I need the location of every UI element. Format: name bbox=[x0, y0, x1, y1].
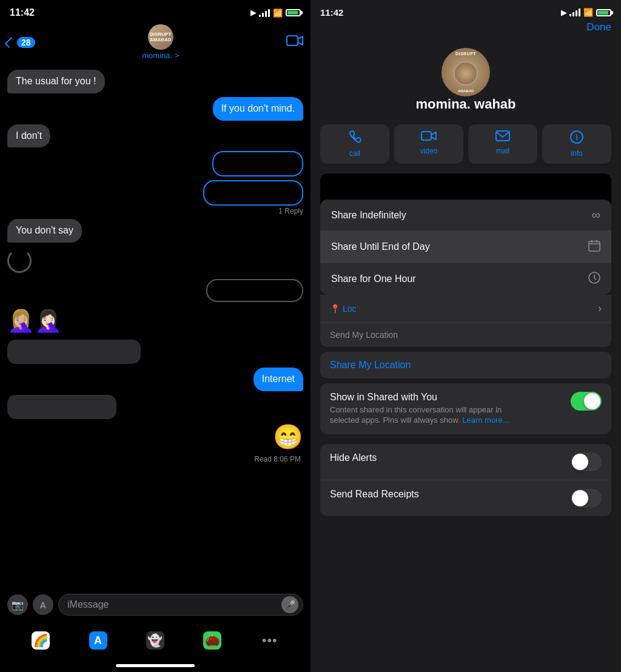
mail-action-button[interactable]: mail bbox=[468, 124, 537, 164]
contact-header[interactable]: DISRUPTAMABAD momina. > bbox=[142, 24, 179, 60]
right-signal-bars bbox=[569, 8, 580, 16]
message-input[interactable]: iMessage bbox=[58, 594, 303, 616]
info-label: info bbox=[571, 149, 582, 158]
camera-button[interactable]: 📷 bbox=[7, 594, 28, 615]
table-row: 1 Reply bbox=[7, 180, 303, 215]
home-indicator bbox=[116, 664, 195, 667]
left-status-bar: 11:42 ▶ 📶 bbox=[0, 0, 310, 22]
rbar2 bbox=[572, 12, 574, 16]
mic-icon: 🎤 bbox=[285, 600, 295, 610]
video-call-button[interactable] bbox=[286, 34, 303, 51]
profile-section: DISRUPT AMABAD momina. wahab bbox=[310, 38, 621, 124]
ghost-app-icon[interactable]: 👻 bbox=[146, 631, 164, 650]
phone-icon bbox=[348, 130, 361, 147]
share-my-location-button[interactable]: Share My Location bbox=[330, 360, 411, 370]
right-status-icons: ▶ 📶 bbox=[561, 8, 611, 17]
message-bubble-gray-outline bbox=[206, 279, 303, 302]
hide-alerts-toggle[interactable] bbox=[571, 452, 602, 471]
profile-avatar: DISRUPT AMABAD bbox=[441, 48, 490, 96]
gray-pill-message-2 bbox=[7, 395, 116, 419]
appstore-app-icon[interactable]: A bbox=[89, 631, 107, 650]
reply-label: 1 Reply bbox=[278, 207, 303, 215]
send-read-receipts-title: Send Read Receipts bbox=[330, 489, 419, 500]
mail-icon bbox=[495, 130, 510, 144]
avatar-content: DISRUPT AMABAD bbox=[441, 48, 490, 96]
avatar-background: DISRUPT AMABAD bbox=[441, 48, 490, 96]
send-read-receipts-toggle[interactable] bbox=[571, 489, 602, 508]
calendar-icon bbox=[588, 240, 600, 254]
bar2 bbox=[262, 13, 264, 17]
share-indefinitely-item[interactable]: Share Indefinitely ∞ bbox=[320, 200, 611, 231]
location-pin-text: 📍 Loc bbox=[330, 304, 356, 314]
table-row: You don't say bbox=[7, 219, 303, 243]
table-row: 🤦🏼‍♀️🤦🏻‍♀️ bbox=[7, 306, 303, 336]
contact-avatar-small: DISRUPTAMABAD bbox=[148, 24, 173, 50]
info-action-button[interactable]: i info bbox=[542, 124, 611, 164]
location-dropdown: Share Indefinitely ∞ Share Until End of … bbox=[320, 200, 611, 295]
right-time: 11:42 bbox=[320, 7, 343, 18]
acorn-app-icon[interactable]: 🌰 bbox=[203, 631, 221, 650]
message-count-badge: 28 bbox=[17, 37, 35, 48]
message-bubble-outline bbox=[212, 151, 303, 176]
photos-app-icon[interactable]: 🌈 bbox=[32, 631, 50, 650]
share-indefinitely-label: Share Indefinitely bbox=[331, 210, 406, 221]
loading-spinner bbox=[7, 249, 32, 273]
svg-rect-5 bbox=[589, 241, 600, 251]
video-action-button[interactable]: video bbox=[394, 124, 463, 164]
share-one-hour-item[interactable]: Share for One Hour bbox=[320, 263, 611, 295]
send-my-location-text: Send My Location bbox=[330, 330, 398, 340]
location-image-area: Share Indefinitely ∞ Share Until End of … bbox=[320, 173, 611, 295]
call-label: call bbox=[349, 149, 360, 158]
app-button[interactable]: A bbox=[33, 594, 53, 615]
table-row bbox=[7, 246, 303, 275]
imessage-placeholder: iMessage bbox=[67, 599, 109, 610]
messages-area[interactable]: The usual for you ! If you don't mind. I… bbox=[0, 65, 310, 588]
right-status-bar: 11:42 ▶ 📶 bbox=[310, 0, 621, 21]
mic-button[interactable]: 🎤 bbox=[281, 596, 298, 613]
share-until-eod-item[interactable]: Share Until End of Day bbox=[320, 231, 611, 263]
table-row: If you don't mind. bbox=[7, 97, 303, 121]
message-bubble-outline-2 bbox=[203, 180, 303, 206]
show-shared-with-you-row: Show in Shared with You Content shared i… bbox=[320, 383, 611, 434]
table-row: Internet bbox=[7, 368, 303, 391]
back-chevron-icon bbox=[5, 36, 16, 47]
appstore-icon: A bbox=[94, 634, 102, 647]
left-time: 11:42 bbox=[10, 7, 35, 18]
action-buttons-row: call video mail bbox=[310, 124, 621, 173]
video-icon bbox=[421, 130, 437, 144]
message-bubble-incoming: You don't say bbox=[7, 219, 82, 243]
message-input-bar: 📷 A iMessage 🎤 bbox=[0, 588, 310, 624]
hide-alerts-row: Hide Alerts bbox=[320, 444, 611, 480]
amabad-label: AMABAD bbox=[441, 89, 490, 93]
svg-rect-0 bbox=[287, 36, 298, 45]
share-my-location-section: Share My Location bbox=[320, 352, 611, 378]
contact-info-panel: 11:42 ▶ 📶 Done DISRUPT bbox=[310, 0, 621, 672]
done-button[interactable]: Done bbox=[586, 21, 611, 33]
table-row bbox=[7, 395, 303, 419]
back-button[interactable]: 28 bbox=[7, 37, 35, 48]
rbar3 bbox=[576, 10, 577, 16]
right-location-icon: ▶ bbox=[561, 8, 566, 17]
clock-icon bbox=[588, 272, 600, 286]
hide-alerts-section: Hide Alerts Send Read Receipts bbox=[320, 444, 611, 516]
camera-icon: 📷 bbox=[12, 599, 24, 611]
shared-with-you-section: Show in Shared with You Content shared i… bbox=[320, 383, 611, 434]
shared-with-you-toggle[interactable] bbox=[571, 392, 602, 411]
learn-more-link[interactable]: Learn more... bbox=[462, 415, 509, 425]
left-nav-bar: 28 DISRUPTAMABAD momina. > bbox=[0, 22, 310, 65]
location-section: 📍 Loc › Send My Location bbox=[320, 295, 611, 347]
message-bubble-incoming: The usual for you ! bbox=[7, 70, 105, 93]
location-row: 📍 Loc › bbox=[320, 295, 611, 323]
bar1 bbox=[259, 15, 261, 17]
shared-with-you-text-area: Show in Shared with You Content shared i… bbox=[330, 392, 571, 426]
hide-alerts-title: Hide Alerts bbox=[330, 452, 377, 463]
video-label: video bbox=[420, 147, 438, 155]
gray-pill-message bbox=[7, 340, 141, 364]
signal-bars bbox=[259, 9, 270, 17]
svg-rect-1 bbox=[421, 132, 431, 140]
location-chevron-icon: › bbox=[598, 302, 602, 315]
call-action-button[interactable]: call bbox=[320, 124, 389, 164]
bottom-app-tabs: 🌈 A 👻 🌰 ••• bbox=[0, 624, 310, 662]
battery-fill bbox=[287, 11, 298, 15]
more-apps-icon[interactable]: ••• bbox=[261, 631, 279, 650]
